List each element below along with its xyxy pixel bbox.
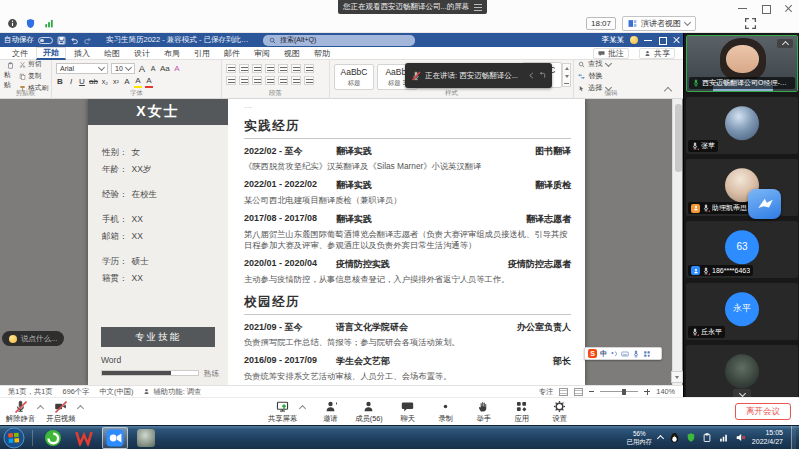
arrow-return-icon[interactable] <box>539 72 546 79</box>
find-button[interactable]: 查找 <box>578 59 644 69</box>
zoom-out-button[interactable] <box>589 391 594 392</box>
shading-button[interactable] <box>291 76 301 85</box>
align-left-button[interactable] <box>226 76 236 85</box>
collapse-ribbon-icon[interactable] <box>664 87 672 95</box>
tab-view[interactable]: 视图 <box>278 47 306 60</box>
memory-monitor[interactable]: 56% 已用内存 <box>627 430 652 445</box>
signal-bars-icon[interactable] <box>43 18 55 29</box>
info-icon[interactable] <box>7 18 18 29</box>
tab-file[interactable]: 文件 <box>6 47 34 60</box>
multilevel-list-button[interactable] <box>252 64 262 73</box>
show-marks-button[interactable] <box>304 64 314 73</box>
tab-design[interactable]: 设计 <box>128 47 156 60</box>
show-hidden-icons-chevron[interactable] <box>657 435 664 442</box>
paste-button[interactable]: 粘贴 <box>4 62 17 90</box>
participant-tile-speaker[interactable]: 西安迈畅翻译公司O经理-李... <box>686 35 798 92</box>
mic-options-chevron[interactable] <box>37 405 44 412</box>
share-button[interactable]: 共享 <box>639 48 675 59</box>
quick-chat-pill[interactable]: 说点什么... <box>2 331 64 346</box>
strikethrough-button[interactable]: ab <box>89 77 98 87</box>
tab-help[interactable]: 帮助 <box>308 47 336 60</box>
taskbar-wps[interactable] <box>71 427 97 449</box>
styles-gallery-scroll[interactable] <box>562 63 571 87</box>
toolbox-icon[interactable] <box>643 350 651 358</box>
subscript-button[interactable]: x₂ <box>101 77 109 87</box>
line-spacing-button[interactable] <box>278 76 288 85</box>
participant-tile[interactable]: 张苹 <box>686 97 798 154</box>
superscript-button[interactable]: x² <box>112 77 120 87</box>
scrollbar-thumb[interactable] <box>675 104 682 172</box>
participant-tile[interactable]: 63 186****6463 <box>686 221 798 278</box>
focus-mode-button[interactable]: 专注 <box>539 387 554 397</box>
participant-tile[interactable] <box>686 345 798 397</box>
increase-indent-button[interactable] <box>278 64 288 73</box>
word-minimize-icon[interactable] <box>644 36 652 44</box>
view-mode-button[interactable]: 演讲者视图 <box>622 16 696 31</box>
speaker-muted-icon[interactable] <box>735 432 746 443</box>
autosave-toggle[interactable] <box>38 37 53 44</box>
cut-button[interactable]: 剪切 <box>19 59 48 69</box>
fullscreen-button[interactable] <box>744 17 757 30</box>
maximize-icon[interactable] <box>761 4 770 13</box>
tab-mailings[interactable]: 邮件 <box>218 47 246 60</box>
taskbar-qq[interactable] <box>133 427 159 449</box>
highlight-color-button[interactable]: A <box>134 76 142 88</box>
copy-button[interactable]: 复制 <box>19 71 48 81</box>
print-layout-icon[interactable] <box>574 388 583 396</box>
expand-sidebar-button[interactable] <box>733 389 751 397</box>
redo-icon[interactable] <box>83 36 92 45</box>
video-options-chevron[interactable] <box>77 405 84 412</box>
members-button[interactable]: 成员(56) <box>355 400 383 424</box>
apps-button[interactable]: 应用 <box>509 400 535 424</box>
record-button[interactable]: 录制 <box>433 400 459 424</box>
align-right-button[interactable] <box>252 76 262 85</box>
resume-page[interactable]: X女士 性别：女 年龄：XX岁 经验：在校生 手机：XX 邮箱：XX 学历：硕士… <box>88 99 585 385</box>
gallery-more-icon[interactable] <box>564 83 569 84</box>
participant-tile[interactable]: 助理凯蒂思… <box>686 159 798 216</box>
decrease-indent-button[interactable] <box>265 64 275 73</box>
qq-penguin-icon[interactable] <box>669 432 680 443</box>
minimize-icon[interactable] <box>738 4 747 13</box>
shrink-font-button[interactable]: A <box>149 64 157 74</box>
scroll-down-button[interactable] <box>671 371 683 383</box>
share-screen-button[interactable]: 共享屏幕 <box>268 400 297 424</box>
sogou-input-bar[interactable]: S 中 <box>584 347 662 360</box>
language-indicator[interactable]: 中文(中国) <box>99 387 133 397</box>
account-name[interactable]: 李某某 <box>602 35 625 45</box>
unmute-button[interactable]: 解除静音 <box>6 400 35 424</box>
sort-button[interactable] <box>291 64 301 73</box>
borders-button[interactable] <box>304 76 314 85</box>
zoom-slider-thumb[interactable] <box>622 389 626 395</box>
tab-review[interactable]: 审阅 <box>248 47 276 60</box>
arrow-left-icon[interactable] <box>528 72 535 79</box>
settings-button[interactable]: 设置 <box>547 400 573 424</box>
tab-home[interactable]: 开始 <box>36 47 66 60</box>
phonetic-guide-button[interactable]: A <box>173 64 181 74</box>
word-search-box[interactable]: 搜索(Alt+Q) <box>263 35 415 46</box>
document-scrollbar[interactable] <box>672 99 682 385</box>
word-close-icon[interactable] <box>672 36 680 44</box>
scroll-up-icon[interactable] <box>565 67 569 70</box>
save-icon[interactable] <box>57 36 66 45</box>
grow-font-button[interactable]: A <box>138 64 146 74</box>
raise-hand-button[interactable]: 举手 <box>471 400 497 424</box>
comments-button[interactable]: 批注 <box>593 48 629 59</box>
accessibility-status[interactable]: 辅助功能: 调查 <box>143 387 201 397</box>
clipboard-tray-icon[interactable] <box>702 432 712 443</box>
align-center-button[interactable] <box>239 76 249 85</box>
security-shield-icon[interactable] <box>686 432 696 443</box>
taskbar-tencent-meeting[interactable] <box>102 427 128 449</box>
leave-meeting-button[interactable]: 离开会议 <box>735 403 791 420</box>
word-maximize-icon[interactable] <box>658 36 666 44</box>
share-options-chevron[interactable] <box>299 405 306 412</box>
collapse-sidebar-button[interactable] <box>777 39 793 48</box>
read-mode-icon[interactable] <box>559 388 568 396</box>
text-effects-button[interactable]: A <box>123 77 131 87</box>
zoom-slider[interactable] <box>600 391 638 392</box>
punctuation-icon[interactable] <box>610 350 618 358</box>
font-color-button[interactable]: A <box>145 76 153 88</box>
justify-button[interactable] <box>265 76 275 85</box>
underline-button[interactable]: U <box>78 77 86 87</box>
shield-icon[interactable] <box>25 18 36 29</box>
style-card-title[interactable]: AaBbC 标题 <box>334 64 374 90</box>
